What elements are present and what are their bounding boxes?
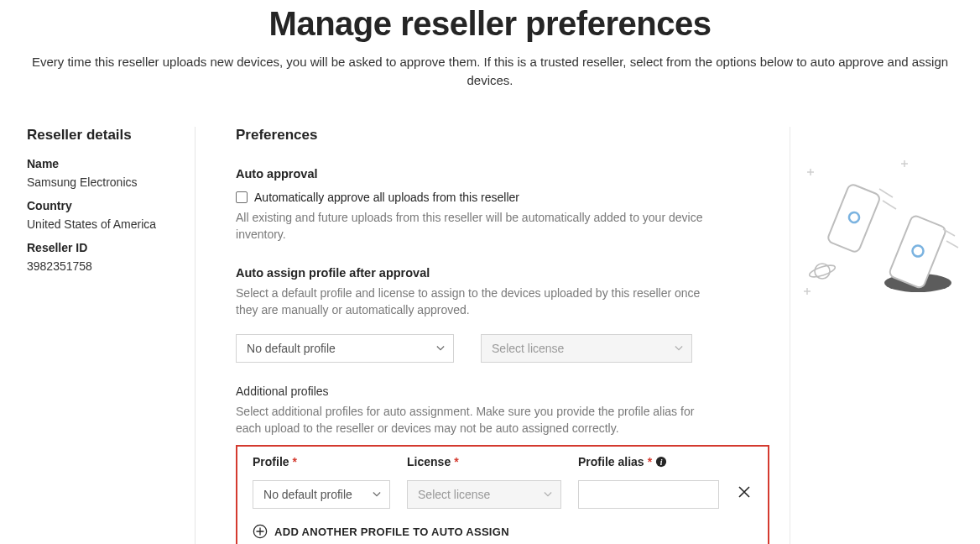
row-profile-select[interactable]: No default profile bbox=[253, 480, 390, 509]
reseller-name-label: Name bbox=[27, 157, 181, 170]
illustration-panel bbox=[790, 127, 951, 545]
reseller-name-value: Samsung Electronics bbox=[27, 175, 181, 189]
row-profile-select-value: No default profile bbox=[263, 488, 352, 501]
plus-circle-icon bbox=[253, 524, 268, 539]
auto-approval-heading: Auto approval bbox=[236, 167, 769, 180]
default-license-select[interactable]: Select license bbox=[481, 334, 692, 363]
close-icon bbox=[738, 485, 751, 502]
chevron-down-icon bbox=[373, 490, 381, 499]
add-another-profile-label: ADD ANOTHER PROFILE TO AUTO ASSIGN bbox=[274, 526, 509, 538]
default-profile-select-value: No default profile bbox=[247, 342, 336, 355]
additional-profiles-heading: Additional profiles bbox=[236, 384, 769, 398]
reseller-country-label: Country bbox=[27, 199, 181, 212]
default-profile-select[interactable]: No default profile bbox=[236, 334, 454, 363]
devices-illustration bbox=[799, 157, 967, 325]
required-indicator: * bbox=[293, 455, 297, 468]
auto-approve-checkbox-label: Automatically approve all uploads from t… bbox=[254, 191, 519, 204]
required-indicator: * bbox=[648, 455, 652, 468]
reseller-details-panel: Reseller details Name Samsung Electronic… bbox=[27, 127, 195, 545]
svg-point-4 bbox=[808, 263, 837, 279]
reseller-id-value: 3982351758 bbox=[27, 259, 181, 273]
info-icon[interactable]: i bbox=[655, 456, 667, 468]
required-indicator: * bbox=[454, 455, 458, 468]
auto-approve-helper: All existing and future uploads from thi… bbox=[236, 209, 706, 243]
reseller-id-label: Reseller ID bbox=[27, 241, 181, 254]
chevron-down-icon bbox=[436, 344, 445, 353]
auto-assign-helper: Select a default profile and license to … bbox=[236, 285, 706, 319]
row-license-select[interactable]: Select license bbox=[407, 480, 561, 509]
page-title: Manage reseller preferences bbox=[0, 5, 980, 43]
license-field-label: License bbox=[407, 455, 451, 468]
row-license-select-value: Select license bbox=[418, 488, 490, 501]
reseller-country-value: United States of America bbox=[27, 217, 181, 231]
remove-row-button[interactable] bbox=[736, 485, 753, 502]
add-another-profile-button[interactable]: ADD ANOTHER PROFILE TO AUTO ASSIGN bbox=[253, 524, 753, 539]
additional-profiles-helper: Select additional profiles for auto assi… bbox=[236, 403, 706, 437]
page-subtitle: Every time this reseller uploads new dev… bbox=[15, 53, 965, 90]
default-license-select-value: Select license bbox=[492, 342, 564, 355]
reseller-details-heading: Reseller details bbox=[27, 127, 181, 144]
alias-field-label: Profile alias bbox=[578, 455, 644, 468]
auto-approve-checkbox[interactable] bbox=[236, 191, 248, 203]
svg-rect-6 bbox=[826, 183, 881, 254]
row-alias-input[interactable] bbox=[578, 480, 719, 509]
additional-profiles-highlight: Profile * No default profile License bbox=[236, 445, 769, 544]
auto-assign-heading: Auto assign profile after approval bbox=[236, 266, 769, 280]
chevron-down-icon bbox=[544, 490, 552, 499]
preferences-heading: Preferences bbox=[236, 127, 769, 144]
preferences-panel: Preferences Auto approval Automatically … bbox=[195, 127, 790, 545]
profile-field-label: Profile bbox=[253, 455, 289, 468]
chevron-down-icon bbox=[675, 344, 683, 353]
svg-text:i: i bbox=[660, 458, 663, 467]
